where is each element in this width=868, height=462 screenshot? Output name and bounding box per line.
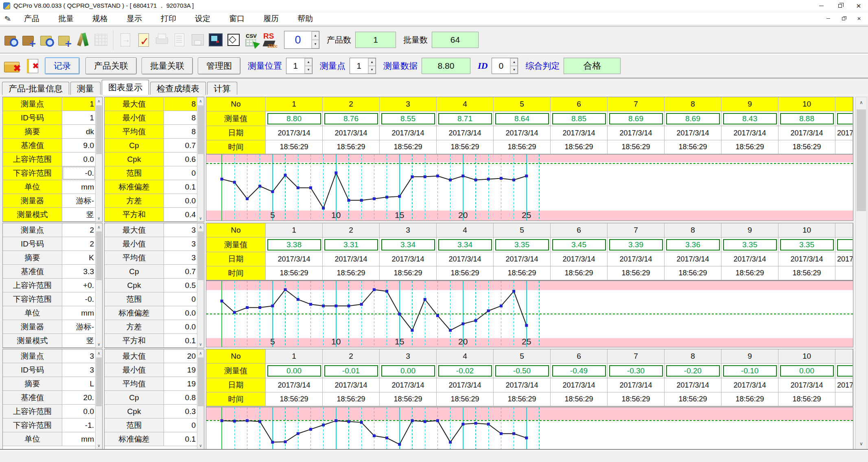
- stats-row-value[interactable]: 0.6: [164, 153, 197, 166]
- scroll-down-icon[interactable]: ∨: [96, 214, 102, 222]
- restore-icon[interactable]: [831, 0, 849, 12]
- mdi-close-icon[interactable]: ✕: [854, 15, 864, 23]
- delete-sheet-icon[interactable]: [26, 59, 38, 73]
- info-row-value[interactable]: 1: [62, 97, 95, 111]
- measure-value-cell[interactable]: 3.35: [494, 238, 551, 252]
- measure-value-cell[interactable]: -0.49: [551, 364, 608, 378]
- info-row-value[interactable]: 20.: [62, 391, 95, 404]
- close-icon[interactable]: ✕: [849, 0, 868, 12]
- menu-item-显示[interactable]: 显示: [117, 12, 151, 25]
- measure-value-cell[interactable]: -0.50: [494, 364, 551, 378]
- info-row-value[interactable]: 0.0: [62, 405, 95, 418]
- stats-row-value[interactable]: 8: [164, 97, 197, 111]
- scroll-up-icon[interactable]: ∧: [197, 223, 204, 231]
- scrollbar-thumb[interactable]: [198, 231, 203, 280]
- batch-search-button[interactable]: [38, 29, 56, 50]
- scrollbar-thumb[interactable]: [198, 357, 203, 406]
- stats-row-value[interactable]: 19: [164, 363, 197, 377]
- stats-row-value[interactable]: 8: [164, 111, 197, 124]
- scroll-down-icon[interactable]: ∨: [856, 438, 867, 449]
- save-button[interactable]: [189, 29, 207, 50]
- menu-item-规格[interactable]: 规格: [83, 12, 117, 25]
- info-row-value[interactable]: 3: [62, 349, 95, 363]
- button-管理图[interactable]: 管理图: [198, 57, 241, 74]
- measure-value-cell[interactable]: 8.88: [778, 111, 835, 126]
- product-add-button[interactable]: [20, 29, 38, 50]
- info-row-value[interactable]: 游标-: [62, 194, 95, 207]
- measure-value-cell[interactable]: 3.34: [437, 238, 494, 252]
- measure-value-cell[interactable]: 8.71: [437, 111, 494, 126]
- info-row-value[interactable]: mm: [62, 306, 95, 320]
- scroll-up-icon[interactable]: ∧: [96, 223, 102, 231]
- data-grid-button[interactable]: [92, 29, 110, 50]
- panel-scrollbar[interactable]: ∧∨: [197, 97, 204, 222]
- spinner-up-icon[interactable]: ▲: [368, 58, 376, 66]
- info-row-value[interactable]: 0.0: [62, 153, 95, 166]
- minimize-icon[interactable]: [812, 0, 831, 12]
- stats-row-value[interactable]: 0.4: [164, 208, 197, 221]
- measure-value-cell[interactable]: -0.02: [437, 364, 494, 378]
- mdi-restore-icon[interactable]: [839, 15, 848, 23]
- scrollbar-thumb[interactable]: [198, 105, 203, 154]
- measure-value-cell[interactable]: 0.00: [778, 364, 835, 378]
- info-row-value[interactable]: -0.: [62, 166, 95, 180]
- info-row-value[interactable]: L: [62, 377, 95, 390]
- scroll-down-icon[interactable]: ∨: [197, 340, 204, 348]
- stats-row-value[interactable]: 0.0: [164, 320, 197, 333]
- info-row-value[interactable]: 游标-: [62, 320, 95, 333]
- measure-value-cell[interactable]: 8.43: [722, 111, 778, 126]
- batch-add-button[interactable]: [56, 29, 74, 50]
- product-search-button[interactable]: [2, 29, 20, 50]
- stats-row-value[interactable]: 3: [164, 237, 197, 251]
- scroll-up-icon[interactable]: ∧: [96, 349, 102, 357]
- info-row-value[interactable]: K: [62, 251, 95, 264]
- measure-value-cell[interactable]: -0.20: [665, 364, 722, 378]
- scrollbar-thumb[interactable]: [96, 231, 102, 280]
- panel-scrollbar[interactable]: ∧∨: [197, 223, 204, 348]
- menu-item-设定[interactable]: 设定: [186, 12, 220, 25]
- check-sheet-button[interactable]: [135, 29, 153, 50]
- measure-value-cell[interactable]: 3.35: [778, 238, 835, 252]
- spinner-up-icon[interactable]: ▲: [305, 58, 312, 66]
- record-button[interactable]: 记录: [45, 57, 80, 74]
- tab-图表显示[interactable]: 图表显示: [102, 80, 149, 95]
- scroll-up-icon[interactable]: ∧: [197, 349, 204, 357]
- measure-value-cell[interactable]: 3.35: [722, 238, 778, 252]
- measure-value-cell[interactable]: 0.00: [380, 364, 437, 378]
- measure-value-cell[interactable]: 3.36: [665, 238, 722, 252]
- info-row-value[interactable]: dk: [62, 125, 95, 138]
- scroll-down-icon[interactable]: ∨: [96, 442, 102, 449]
- measure-value-cell[interactable]: -0.30: [608, 364, 665, 378]
- info-row-value[interactable]: +0.: [62, 279, 95, 292]
- scrollbar-thumb[interactable]: [857, 109, 866, 211]
- measure-value-cell[interactable]: 8.64: [494, 111, 551, 126]
- info-row-value[interactable]: mm: [62, 432, 95, 446]
- stats-row-value[interactable]: 0.5: [164, 279, 197, 292]
- stats-row-value[interactable]: 0: [164, 418, 197, 432]
- menu-item-履历[interactable]: 履历: [254, 12, 288, 25]
- rs232c-button[interactable]: RS232c: [260, 29, 278, 50]
- measure-value-cell[interactable]: 8.80: [266, 111, 323, 126]
- button-产品关联[interactable]: 产品关联: [85, 57, 137, 74]
- stats-row-value[interactable]: 0.7: [164, 139, 197, 152]
- menu-item-帮助[interactable]: 帮助: [288, 12, 322, 25]
- measure-value-cell[interactable]: 3.45: [551, 238, 608, 252]
- print-button[interactable]: [153, 29, 171, 50]
- stats-row-value[interactable]: 0: [164, 292, 197, 306]
- measure-value-cell[interactable]: 3.31: [323, 238, 380, 252]
- scrollbar-thumb[interactable]: [96, 357, 102, 406]
- preview-button[interactable]: [171, 29, 189, 50]
- stats-row-value[interactable]: 0.3: [164, 405, 197, 418]
- info-row-value[interactable]: 1: [62, 111, 95, 124]
- csv-export-button[interactable]: CSV: [243, 29, 260, 50]
- measure-value-cell[interactable]: 8.69: [665, 111, 722, 126]
- stats-row-value[interactable]: 19: [164, 377, 197, 390]
- mdi-minimize-icon[interactable]: [823, 15, 833, 23]
- toolbar-spinner-value[interactable]: 0: [284, 31, 311, 48]
- info-row-value[interactable]: 竖: [62, 334, 95, 347]
- cube-3d-button[interactable]: [225, 29, 243, 50]
- stats-row-value[interactable]: 8: [164, 125, 197, 138]
- tab-产品-批量信息[interactable]: 产品-批量信息: [2, 82, 69, 95]
- scroll-up-icon[interactable]: ∧: [197, 97, 204, 105]
- stats-row-value[interactable]: 0.7: [164, 265, 197, 278]
